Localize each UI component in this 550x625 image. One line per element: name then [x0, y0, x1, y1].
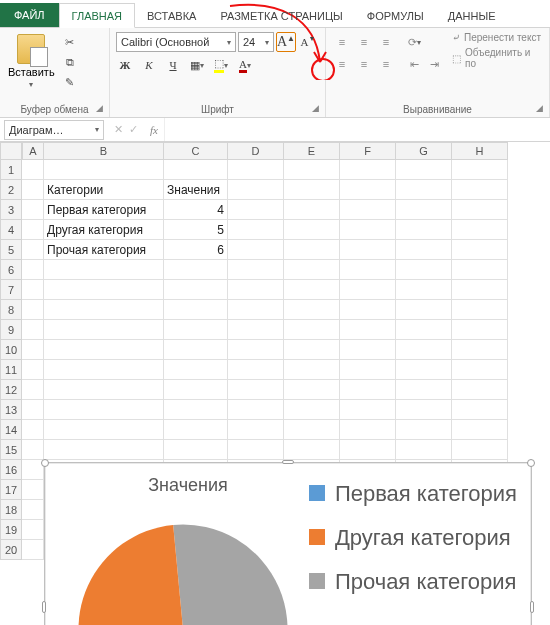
cell[interactable] — [22, 320, 44, 340]
cell[interactable] — [396, 300, 452, 320]
row-header[interactable]: 17 — [0, 480, 22, 500]
cell[interactable] — [44, 400, 164, 420]
cell[interactable] — [284, 260, 340, 280]
cell[interactable] — [284, 340, 340, 360]
select-all-corner[interactable] — [0, 142, 22, 160]
cell[interactable] — [44, 340, 164, 360]
cell[interactable] — [452, 160, 508, 180]
copy-button[interactable]: ⧉ — [61, 54, 79, 70]
cell[interactable] — [22, 540, 44, 560]
cell[interactable] — [228, 220, 284, 240]
pie-slice[interactable] — [173, 525, 287, 626]
cell[interactable] — [340, 260, 396, 280]
cell[interactable] — [396, 160, 452, 180]
borders-button[interactable]: ▦▾ — [188, 56, 206, 74]
col-header[interactable]: F — [340, 142, 396, 160]
cell[interactable] — [164, 400, 228, 420]
col-header[interactable]: D — [228, 142, 284, 160]
cell[interactable] — [284, 400, 340, 420]
format-painter-button[interactable]: ✎ — [61, 74, 79, 90]
row-header[interactable]: 9 — [0, 320, 22, 340]
font-name-combo[interactable]: Calibri (Основной ▾ — [116, 32, 236, 52]
cell[interactable] — [228, 340, 284, 360]
italic-button[interactable]: К — [140, 56, 158, 74]
font-size-combo[interactable]: 24 ▾ — [238, 32, 274, 52]
col-header[interactable]: A — [22, 142, 44, 160]
cell[interactable] — [396, 200, 452, 220]
pie-chart[interactable] — [73, 519, 293, 625]
legend-item[interactable]: Первая категория — [309, 481, 517, 507]
row-header[interactable]: 15 — [0, 440, 22, 460]
cell[interactable] — [44, 260, 164, 280]
cell[interactable] — [44, 440, 164, 460]
cell[interactable] — [228, 380, 284, 400]
increase-font-size-button[interactable]: A▲ — [276, 32, 296, 52]
row-header[interactable]: 1 — [0, 160, 22, 180]
cell[interactable] — [340, 440, 396, 460]
cell[interactable] — [228, 240, 284, 260]
row-header[interactable]: 10 — [0, 340, 22, 360]
cell[interactable] — [22, 200, 44, 220]
cell[interactable] — [452, 360, 508, 380]
cell[interactable] — [22, 260, 44, 280]
tab-home[interactable]: ГЛАВНАЯ — [59, 3, 135, 28]
cell[interactable] — [340, 220, 396, 240]
col-header[interactable]: H — [452, 142, 508, 160]
decrease-font-size-button[interactable]: A▼ — [298, 32, 318, 52]
cell[interactable] — [396, 320, 452, 340]
legend-item[interactable]: Другая категория — [309, 525, 517, 551]
cell[interactable] — [340, 320, 396, 340]
cell[interactable] — [396, 280, 452, 300]
cell[interactable] — [340, 200, 396, 220]
col-header[interactable]: C — [164, 142, 228, 160]
cell[interactable] — [340, 300, 396, 320]
cell[interactable] — [452, 420, 508, 440]
row-header[interactable]: 6 — [0, 260, 22, 280]
cell[interactable] — [340, 160, 396, 180]
row-header[interactable]: 8 — [0, 300, 22, 320]
cell[interactable] — [228, 400, 284, 420]
cell[interactable] — [284, 180, 340, 200]
row-header[interactable]: 18 — [0, 500, 22, 520]
chart-legend[interactable]: Первая категория Другая категория Прочая… — [309, 481, 517, 595]
resize-handle[interactable] — [41, 459, 49, 467]
cell[interactable] — [340, 360, 396, 380]
row-header[interactable]: 4 — [0, 220, 22, 240]
cell[interactable] — [396, 360, 452, 380]
legend-item[interactable]: Прочая категория — [309, 569, 517, 595]
orientation-button[interactable]: ⟳▾ — [404, 32, 424, 52]
cell[interactable] — [284, 320, 340, 340]
cell[interactable] — [340, 280, 396, 300]
cell[interactable] — [452, 180, 508, 200]
tab-file[interactable]: ФАЙЛ — [0, 3, 59, 27]
resize-handle[interactable] — [42, 601, 46, 613]
cell[interactable] — [22, 500, 44, 520]
cell[interactable] — [340, 380, 396, 400]
tab-page-layout[interactable]: РАЗМЕТКА СТРАНИЦЫ — [208, 4, 354, 27]
cell[interactable] — [22, 440, 44, 460]
cell[interactable] — [452, 200, 508, 220]
row-header[interactable]: 11 — [0, 360, 22, 380]
row-header[interactable]: 13 — [0, 400, 22, 420]
cell[interactable] — [452, 440, 508, 460]
decrease-indent-button[interactable]: ⇤ — [404, 54, 424, 74]
tab-data[interactable]: ДАННЫЕ — [436, 4, 508, 27]
wrap-text-button[interactable]: ⤶ Перенести текст — [452, 32, 543, 43]
chart-title[interactable]: Значения — [45, 475, 331, 496]
cell[interactable] — [452, 380, 508, 400]
cancel-formula-icon[interactable]: ✕ — [114, 123, 123, 136]
cell[interactable] — [164, 360, 228, 380]
enter-formula-icon[interactable]: ✓ — [129, 123, 138, 136]
font-launcher-icon[interactable]: ◢ — [312, 103, 319, 113]
cell[interactable] — [452, 240, 508, 260]
cell[interactable] — [164, 420, 228, 440]
cell[interactable] — [164, 160, 228, 180]
cell[interactable] — [228, 360, 284, 380]
formula-input[interactable] — [164, 118, 550, 141]
cell[interactable] — [284, 440, 340, 460]
cell[interactable] — [452, 400, 508, 420]
cell[interactable] — [452, 300, 508, 320]
cell[interactable] — [164, 380, 228, 400]
col-header[interactable]: G — [396, 142, 452, 160]
cell[interactable] — [22, 220, 44, 240]
